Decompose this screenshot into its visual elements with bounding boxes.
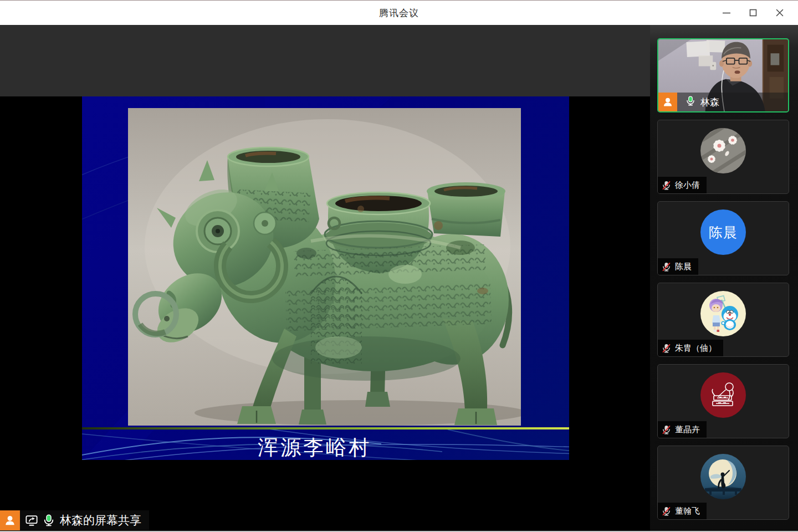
- avatar: [700, 128, 746, 173]
- participant-name: 朱胄（伷）: [675, 343, 717, 354]
- share-banner-label: 林森的屏幕共享: [60, 513, 141, 528]
- shared-screen-area: 浑源李峪村 林森的屏幕共享: [0, 25, 650, 531]
- slide-caption: 浑源李峪村: [82, 434, 547, 460]
- maximize-icon: [749, 8, 758, 17]
- participant-tile-zhuzhou[interactable]: 朱胄（伷）: [657, 283, 789, 357]
- participant-tile-linsen[interactable]: 林森: [657, 38, 789, 112]
- close-button[interactable]: [770, 4, 789, 21]
- presentation-slide: 浑源李峪村: [82, 96, 569, 460]
- close-icon: [775, 8, 784, 17]
- participant-name-chip: 董晶卉: [658, 421, 707, 438]
- mic-muted-icon: [662, 507, 671, 516]
- participant-tile-donghanfei[interactable]: 董翰飞: [657, 446, 789, 520]
- slide-caption-band: 浑源李峪村: [82, 429, 569, 460]
- mic-active-icon: [686, 96, 695, 106]
- screen-share-icon: [25, 514, 38, 526]
- tencent-meeting-window: 腾讯会议: [0, 0, 798, 532]
- presenter-badge-icon: [0, 510, 20, 530]
- participant-status-bar: 林森: [658, 93, 788, 111]
- minimize-icon: [722, 8, 731, 17]
- mic-muted-icon: [662, 181, 671, 190]
- participant-name: 董晶卉: [675, 424, 700, 435]
- participant-tile-chenchen[interactable]: 陈晨 陈晨: [657, 201, 789, 275]
- participant-name-chip: 董翰飞: [658, 503, 707, 519]
- avatar: [700, 372, 746, 418]
- participant-name-chip: 徐小倩: [658, 177, 707, 193]
- minimize-button[interactable]: [717, 4, 736, 21]
- participants-sidebar: 林森: [650, 25, 798, 531]
- participant-tile-dongjinghui[interactable]: 董晶卉: [657, 364, 789, 438]
- participant-name: 陈晨: [675, 262, 692, 272]
- mic-muted-icon: [662, 344, 671, 353]
- avatar-initials: 陈晨: [709, 223, 738, 242]
- participant-tile-xuxiaoqian[interactable]: 徐小倩: [657, 120, 789, 194]
- participant-name: 徐小倩: [675, 180, 700, 191]
- mic-active-icon: [43, 514, 55, 526]
- presenter-badge-icon: [658, 93, 677, 111]
- avatar: 陈晨: [700, 209, 746, 255]
- participant-name: 林森: [700, 96, 719, 109]
- screen-share-banner: 林森的屏幕共享: [0, 510, 149, 530]
- bronze-ox-photo: [128, 108, 521, 426]
- titlebar: 腾讯会议: [0, 1, 798, 25]
- participant-name-chip: 陈晨: [658, 258, 698, 275]
- shared-app-top-strip: [0, 25, 650, 96]
- avatar: [700, 291, 746, 336]
- avatar: [700, 454, 746, 499]
- mic-muted-icon: [662, 262, 671, 272]
- maximize-button[interactable]: [744, 4, 763, 21]
- mic-muted-icon: [662, 425, 671, 434]
- window-title: 腾讯会议: [0, 7, 798, 19]
- window-controls: [717, 4, 798, 21]
- participant-name-chip: 朱胄（伷）: [658, 340, 723, 356]
- participant-name: 董翰飞: [675, 506, 700, 516]
